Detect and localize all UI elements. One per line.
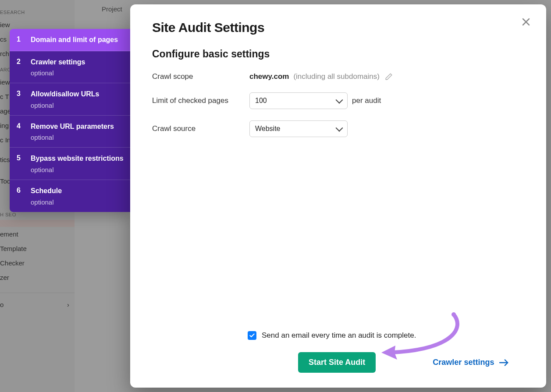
crawl-scope-domain: chewy.com bbox=[249, 72, 289, 81]
crawl-scope-note: (including all subdomains) bbox=[293, 72, 380, 81]
step-title: Domain and limit of pages bbox=[31, 35, 125, 45]
limit-pages-label: Limit of checked pages bbox=[152, 96, 249, 105]
step-remove-url-params[interactable]: 4 Remove URL parameters optional bbox=[10, 116, 130, 148]
crawl-source-value: Website bbox=[255, 125, 281, 133]
close-button[interactable] bbox=[521, 17, 533, 29]
settings-form: Crawl scope chewy.com (including all sub… bbox=[152, 72, 524, 148]
site-audit-settings-modal: Site Audit Settings Configure basic sett… bbox=[130, 4, 546, 388]
email-notify-checkbox[interactable] bbox=[248, 331, 256, 340]
limit-pages-suffix: per audit bbox=[352, 96, 381, 105]
step-number: 5 bbox=[17, 154, 22, 173]
pencil-icon bbox=[385, 73, 393, 81]
step-number: 2 bbox=[17, 58, 22, 77]
limit-pages-value: 100 bbox=[255, 97, 267, 105]
step-domain-limit[interactable]: 1 Domain and limit of pages bbox=[10, 29, 130, 51]
step-number: 4 bbox=[17, 122, 22, 141]
modal-footer: Send an email every time an audit is com… bbox=[152, 331, 524, 373]
step-crawler-settings[interactable]: 2 Crawler settings optional bbox=[10, 51, 130, 84]
close-icon bbox=[521, 17, 531, 27]
modal-title: Site Audit Settings bbox=[152, 20, 524, 35]
step-allow-disallow-urls[interactable]: 3 Allow/disallow URLs optional bbox=[10, 83, 130, 116]
step-schedule[interactable]: 6 Schedule optional bbox=[10, 180, 130, 212]
modal-subtitle: Configure basic settings bbox=[152, 48, 524, 60]
edit-crawl-scope-button[interactable] bbox=[385, 73, 393, 81]
email-notify-row: Send an email every time an audit is com… bbox=[152, 331, 524, 340]
step-title: Allow/disallow URLs bbox=[31, 89, 125, 99]
step-bypass-restrictions[interactable]: 5 Bypass website restrictions optional bbox=[10, 148, 130, 180]
step-optional: optional bbox=[31, 166, 125, 173]
step-number: 3 bbox=[17, 90, 22, 109]
crawl-source-select[interactable]: Website bbox=[249, 120, 348, 137]
crawl-scope-label: Crawl scope bbox=[152, 72, 249, 81]
row-limit-pages: Limit of checked pages 100 per audit bbox=[152, 92, 524, 109]
row-crawl-scope: Crawl scope chewy.com (including all sub… bbox=[152, 72, 524, 81]
step-number: 1 bbox=[17, 35, 22, 45]
crawler-settings-link[interactable]: Crawler settings bbox=[433, 358, 509, 367]
step-title: Crawler settings bbox=[31, 57, 125, 67]
crawl-source-label: Crawl source bbox=[152, 124, 249, 133]
arrow-right-icon bbox=[499, 359, 509, 366]
next-link-label: Crawler settings bbox=[433, 358, 494, 367]
start-button-label: Start Site Audit bbox=[309, 358, 365, 367]
step-optional: optional bbox=[31, 134, 125, 141]
step-optional: optional bbox=[31, 102, 125, 109]
step-number: 6 bbox=[17, 187, 22, 206]
wizard-steps: 1 Domain and limit of pages 2 Crawler se… bbox=[10, 29, 130, 212]
step-title: Bypass website restrictions bbox=[31, 154, 125, 163]
step-title: Schedule bbox=[31, 186, 125, 196]
step-optional: optional bbox=[31, 198, 125, 206]
modal-actions: Start Site Audit Crawler settings bbox=[152, 352, 524, 373]
step-title: Remove URL parameters bbox=[31, 122, 125, 131]
step-optional: optional bbox=[31, 69, 125, 77]
email-notify-label: Send an email every time an audit is com… bbox=[262, 331, 416, 340]
start-site-audit-button[interactable]: Start Site Audit bbox=[298, 352, 376, 373]
row-crawl-source: Crawl source Website bbox=[152, 120, 524, 137]
limit-pages-select[interactable]: 100 bbox=[249, 92, 348, 109]
check-icon bbox=[249, 332, 255, 339]
